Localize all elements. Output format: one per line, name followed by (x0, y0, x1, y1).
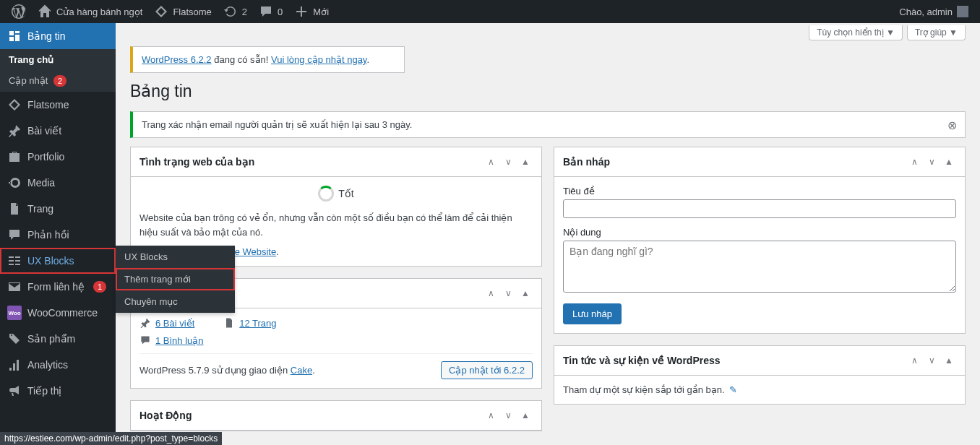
analytics-icon (7, 358, 22, 372)
wp-version-link[interactable]: WordPress 6.2.2 (142, 54, 212, 65)
new-content[interactable]: Mới (288, 0, 335, 23)
sidebar-item-label: Portfolio (27, 151, 64, 163)
health-link-suffix: . (276, 246, 279, 257)
pin-icon (7, 124, 22, 138)
portfolio-icon (7, 150, 22, 164)
site-health-title: Tình trạng web của bạn (139, 156, 254, 168)
email-notice-text: Trang xác nhận email người quản trị sẽ x… (142, 119, 412, 130)
draft-content-textarea[interactable] (563, 241, 956, 293)
dashboard-submenu: Trang chủ Cập nhật 2 (0, 49, 116, 92)
media-icon (7, 176, 22, 190)
pin-icon (139, 317, 151, 329)
wp-version-line: WordPress 5.7.9 sử dụng giao diện Cake. (139, 365, 315, 376)
dashboard-right-column: Bản nháp ∧ ∨ ▲ Tiêu đề Nội dung Lưu nháp (554, 147, 966, 443)
admin-bar: Cửa hàng bánh ngọt Flatsome 2 0 Mới Chào… (0, 0, 980, 23)
help-label: Trợ giúp (915, 27, 947, 38)
sidebar-item-contact[interactable]: Form liên hệ 1 (0, 274, 116, 300)
move-down-icon[interactable]: ∨ (924, 155, 939, 169)
toggle-icon[interactable]: ▲ (518, 286, 533, 301)
sub-updates[interactable]: Cập nhật 2 (0, 70, 116, 92)
toggle-icon[interactable]: ▲ (518, 155, 533, 169)
sidebar-item-analytics[interactable]: Analytics (0, 352, 116, 378)
move-down-icon[interactable]: ∨ (924, 353, 939, 368)
health-status: Tốt (338, 188, 353, 199)
sidebar-item-label: Sản phẩm (27, 333, 75, 345)
product-icon (7, 332, 22, 346)
glance-pages-label: 12 Trang (239, 318, 276, 329)
theme-link[interactable]: Cake (291, 365, 312, 376)
move-down-icon[interactable]: ∨ (501, 155, 515, 169)
glance-posts[interactable]: 6 Bài viết (139, 317, 194, 329)
sidebar-item-label: Trang (27, 203, 53, 215)
dismiss-button[interactable]: ⊗ (945, 118, 959, 132)
draft-title-label: Tiêu đề (563, 186, 956, 196)
update-count: 2 (242, 7, 247, 17)
toggle-icon[interactable]: ▲ (942, 155, 956, 169)
megaphone-icon (7, 384, 22, 398)
move-down-icon[interactable]: ∨ (501, 408, 515, 423)
news-title: Tin tức và sự kiện về WordPress (563, 355, 721, 366)
move-up-icon[interactable]: ∧ (907, 155, 921, 169)
site-name[interactable]: Cửa hàng bánh ngọt (32, 0, 148, 23)
sidebar-item-uxblocks[interactable]: UX Blocks (0, 248, 116, 274)
dashboard-icon (7, 29, 22, 43)
toggle-icon[interactable]: ▲ (942, 353, 956, 368)
admin-sidebar: Bảng tin Trang chủ Cập nhật 2 Flatsome B… (0, 23, 116, 445)
sidebar-item-portfolio[interactable]: Portfolio (0, 144, 116, 170)
sidebar-item-comments[interactable]: Phản hồi (0, 222, 116, 248)
sub-updates-label: Cập nhật (9, 75, 48, 86)
glance-pages[interactable]: 12 Trang (223, 317, 276, 329)
save-draft-button[interactable]: Lưu nháp (563, 303, 622, 324)
sidebar-item-media[interactable]: Media (0, 170, 116, 196)
sidebar-item-flatsome[interactable]: Flatsome (0, 92, 116, 118)
uxblocks-flyout: UX Blocks Thêm trang mới Chuyên mục (116, 246, 235, 313)
move-up-icon[interactable]: ∧ (483, 408, 498, 423)
contact-badge: 1 (93, 281, 106, 293)
sidebar-item-label: Phản hồi (27, 229, 69, 241)
flyout-add-new[interactable]: Thêm trang mới (116, 268, 235, 290)
edit-location-icon[interactable]: ✎ (729, 384, 737, 395)
health-indicator: Tốt (318, 186, 353, 202)
sidebar-item-pages[interactable]: Trang (0, 196, 116, 222)
sidebar-item-products[interactable]: Sản phẩm (0, 326, 116, 352)
flatsome-icon (154, 4, 168, 19)
sidebar-item-label: Flatsome (27, 99, 69, 111)
activity-box: Hoạt Động ∧ ∨ ▲ (130, 400, 542, 431)
help-button[interactable]: Trợ giúp ▼ (907, 25, 966, 40)
sidebar-item-posts[interactable]: Bài viết (0, 118, 116, 144)
move-up-icon[interactable]: ∧ (907, 353, 921, 368)
events-line: Tham dự một sự kiện sắp tới gần bạn. ✎ (563, 384, 956, 395)
comment-icon (139, 334, 151, 346)
glance-comments[interactable]: 1 Bình luận (139, 334, 204, 346)
flatsome-menu-icon (7, 98, 22, 112)
screen-options-button[interactable]: Tùy chọn hiển thị ▼ (809, 25, 903, 40)
wp-version-text: WordPress 5.7.9 sử dụng giao diện (139, 365, 291, 376)
theme-label: Flatsome (173, 7, 211, 17)
sidebar-item-marketing[interactable]: Tiếp thị (0, 378, 116, 404)
flyout-uxblocks[interactable]: UX Blocks (116, 246, 235, 268)
account-greeting[interactable]: Chào, admin (893, 0, 974, 23)
move-up-icon[interactable]: ∧ (483, 286, 498, 301)
updates-link[interactable]: 2 (218, 0, 253, 23)
home-icon (38, 4, 52, 19)
move-up-icon[interactable]: ∧ (483, 155, 498, 169)
move-down-icon[interactable]: ∨ (501, 286, 515, 301)
sidebar-item-dashboard[interactable]: Bảng tin (0, 23, 116, 49)
theme-link[interactable]: Flatsome (148, 0, 217, 23)
draft-title-input[interactable] (563, 199, 956, 218)
status-bar-url: https://estiee.com/wp-admin/edit.php?pos… (0, 432, 222, 445)
update-wp-button[interactable]: Cập nhật tới 6.2.2 (441, 361, 533, 379)
flyout-category[interactable]: Chuyên mục (116, 290, 235, 313)
sub-home[interactable]: Trang chủ (0, 49, 116, 70)
update-mid: đang có sẵn! (212, 54, 271, 65)
update-now-link[interactable]: Vui lòng cập nhật ngay (271, 54, 366, 65)
update-suffix: . (366, 54, 369, 65)
screen-meta: Tùy chọn hiển thị ▼ Trợ giúp ▼ (130, 25, 966, 40)
wp-logo[interactable] (6, 0, 32, 23)
toggle-icon[interactable]: ▲ (518, 408, 533, 423)
health-ring-icon (318, 186, 334, 202)
sidebar-item-woocommerce[interactable]: Woo WooCommerce (0, 300, 116, 326)
comments-link[interactable]: 0 (253, 0, 288, 23)
wp-news-box: Tin tức và sự kiện về WordPress ∧ ∨ ▲ Th… (554, 345, 966, 405)
page-title: Bảng tin (130, 82, 966, 101)
